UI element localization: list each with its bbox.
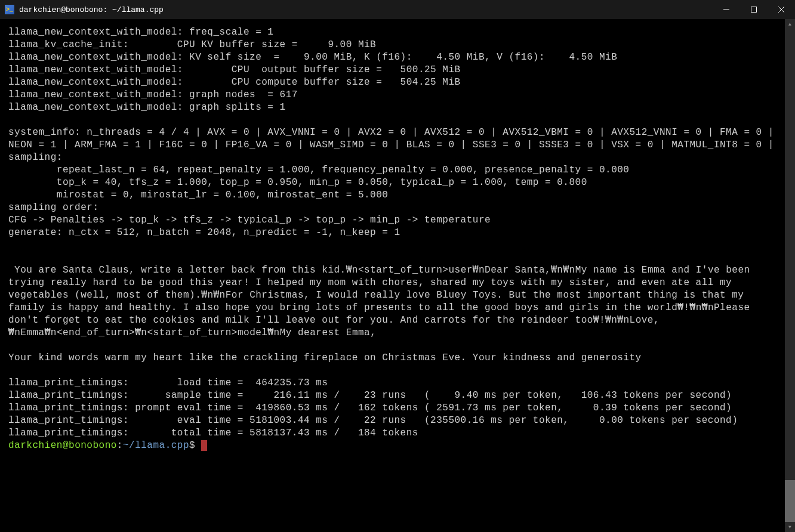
close-button[interactable] bbox=[768, 0, 795, 19]
title-left: >_ darkchien@bonobono: ~/llama.cpp bbox=[5, 5, 164, 14]
terminal-output[interactable]: llama_new_context_with_model: freq_scale… bbox=[0, 19, 785, 532]
svg-rect-1 bbox=[751, 7, 757, 13]
scroll-thumb[interactable] bbox=[785, 480, 795, 522]
prompt-host: bonobono bbox=[69, 440, 117, 451]
window-controls bbox=[713, 0, 795, 19]
vertical-scrollbar[interactable]: ▲ ▼ bbox=[785, 19, 795, 532]
prompt-dollar: $ bbox=[189, 440, 201, 451]
prompt-colon: : bbox=[117, 440, 123, 451]
prompt-at: @ bbox=[63, 440, 69, 451]
terminal-area: llama_new_context_with_model: freq_scale… bbox=[0, 19, 795, 532]
prompt-path: ~/llama.cpp bbox=[123, 440, 189, 451]
scroll-up-arrow[interactable]: ▲ bbox=[785, 19, 795, 29]
scroll-down-arrow[interactable]: ▼ bbox=[785, 522, 795, 532]
window-titlebar: >_ darkchien@bonobono: ~/llama.cpp bbox=[0, 0, 795, 19]
minimize-button[interactable] bbox=[713, 0, 740, 19]
prompt-user: darkchien bbox=[8, 440, 63, 451]
maximize-button[interactable] bbox=[740, 0, 768, 19]
window-title: darkchien@bonobono: ~/llama.cpp bbox=[19, 5, 164, 14]
terminal-app-icon: >_ bbox=[5, 5, 14, 14]
terminal-cursor bbox=[201, 440, 207, 451]
